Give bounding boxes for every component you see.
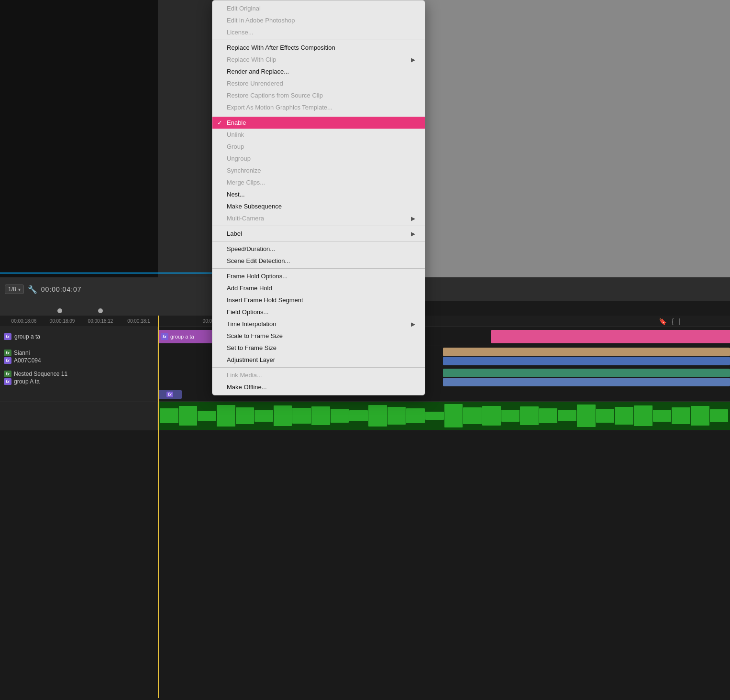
clip-tan[interactable] bbox=[443, 348, 730, 356]
menu-item-scene-edit-detection[interactable]: Scene Edit Detection... bbox=[212, 255, 425, 267]
menu-item-group[interactable]: Group bbox=[212, 141, 425, 153]
menu-item-frame-hold-options-label: Frame Hold Options... bbox=[227, 273, 288, 280]
menu-item-render-replace-label: Render and Replace... bbox=[227, 68, 289, 75]
wbar bbox=[653, 410, 672, 421]
menu-item-enable-label: Enable bbox=[227, 119, 246, 126]
menu-item-edit-photoshop[interactable]: Edit in Adobe Photoshop bbox=[212, 14, 425, 26]
menu-item-replace-ae-label: Replace With After Effects Composition bbox=[227, 44, 335, 51]
waveform-bars-1 bbox=[158, 402, 730, 430]
menu-item-export-motion-graphics[interactable]: Export As Motion Graphics Template... bbox=[212, 101, 425, 113]
wbar bbox=[596, 409, 615, 423]
wbar bbox=[539, 408, 558, 424]
menu-item-insert-frame-hold-segment[interactable]: Insert Frame Hold Segment bbox=[212, 294, 425, 306]
menu-item-make-subsequence-label: Make Subsequence bbox=[227, 203, 282, 210]
wbar bbox=[274, 405, 292, 426]
wbar bbox=[672, 407, 690, 424]
audio-header-1 bbox=[0, 402, 158, 430]
ruler-icons: 🔖 { | bbox=[657, 316, 682, 327]
pipe-icon[interactable]: | bbox=[678, 317, 680, 325]
menu-item-label-label: Label bbox=[227, 230, 242, 237]
track-name-nested: Nested Sequence 11 bbox=[14, 371, 67, 377]
enable-checkmark-icon: ✓ bbox=[217, 119, 222, 126]
menu-item-merge-clips[interactable]: Merge Clips... bbox=[212, 176, 425, 188]
menu-item-set-to-frame-size[interactable]: Set to Frame Size bbox=[212, 342, 425, 354]
wbar bbox=[331, 409, 349, 422]
menu-item-adjustment-layer[interactable]: Adjustment Layer bbox=[212, 354, 425, 366]
menu-item-add-frame-hold[interactable]: Add Frame Hold bbox=[212, 282, 425, 294]
menu-item-speed-duration[interactable]: Speed/Duration... bbox=[212, 243, 425, 255]
wbar bbox=[368, 405, 387, 427]
menu-item-replace-ae[interactable]: Replace With After Effects Composition bbox=[212, 42, 425, 54]
scrubber-dot-left[interactable] bbox=[57, 308, 62, 313]
menu-item-scale-to-frame-size-label: Scale to Frame Size bbox=[227, 332, 283, 339]
menu-item-label[interactable]: Label ▶ bbox=[212, 228, 425, 240]
wbar bbox=[710, 409, 729, 422]
menu-item-restore-unrendered-label: Restore Unrendered bbox=[227, 80, 283, 87]
wbar bbox=[444, 404, 463, 427]
track-header-3: fx Nested Sequence 11 fx group A ta bbox=[0, 367, 158, 388]
wbar bbox=[349, 410, 368, 421]
menu-item-group-label: Group bbox=[227, 143, 244, 150]
wbar bbox=[179, 406, 198, 426]
wbar bbox=[501, 410, 520, 422]
menu-item-make-offline[interactable]: Make Offline... bbox=[212, 381, 425, 393]
clip-blue-grey[interactable] bbox=[443, 378, 730, 386]
menu-item-unlink[interactable]: Unlink bbox=[212, 129, 425, 141]
fx-badge-a007: fx bbox=[4, 357, 11, 364]
wbar bbox=[311, 406, 330, 425]
wbar bbox=[387, 407, 406, 425]
menu-item-ungroup[interactable]: Ungroup bbox=[212, 153, 425, 164]
menu-item-link-media[interactable]: Link Media... bbox=[212, 369, 425, 381]
bracket-icon[interactable]: { bbox=[672, 317, 674, 325]
clip-teal[interactable] bbox=[443, 369, 730, 377]
wbar bbox=[217, 405, 235, 427]
menu-item-nest[interactable]: Nest... bbox=[212, 188, 425, 200]
wbar bbox=[236, 407, 254, 425]
menu-item-export-motion-graphics-label: Export As Motion Graphics Template... bbox=[227, 104, 332, 111]
separator-1 bbox=[212, 40, 425, 40]
marker-icon[interactable]: 🔖 bbox=[659, 317, 667, 325]
menu-item-make-offline-label: Make Offline... bbox=[227, 383, 267, 391]
menu-item-restore-captions-label: Restore Captions from Source Clip bbox=[227, 92, 323, 99]
wbar bbox=[198, 411, 216, 420]
separator-6 bbox=[212, 367, 425, 368]
replace-clip-arrow-icon: ▶ bbox=[411, 56, 415, 63]
label-arrow-icon: ▶ bbox=[411, 230, 415, 237]
zoom-dropdown[interactable]: 1/8 ▾ bbox=[5, 284, 24, 294]
settings-wrench-icon[interactable]: 🔧 bbox=[28, 285, 37, 294]
menu-item-render-replace[interactable]: Render and Replace... bbox=[212, 66, 425, 77]
menu-item-time-interpolation[interactable]: Time Interpolation ▶ bbox=[212, 318, 425, 330]
menu-item-replace-clip[interactable]: Replace With Clip ▶ bbox=[212, 54, 425, 66]
time-interpolation-arrow-icon: ▶ bbox=[411, 321, 415, 328]
menu-item-restore-unrendered[interactable]: Restore Unrendered bbox=[212, 77, 425, 89]
video-dark-side bbox=[0, 0, 158, 287]
menu-item-multi-camera[interactable]: Multi-Camera ▶ bbox=[212, 212, 425, 224]
menu-item-edit-original-label: Edit Original bbox=[227, 5, 261, 12]
track-header-2: fx Sianni fx A007C094 bbox=[0, 346, 158, 367]
clip-blue[interactable] bbox=[443, 357, 730, 365]
menu-item-synchronize[interactable]: Synchronize bbox=[212, 164, 425, 176]
track-name-1: group a ta bbox=[14, 333, 40, 340]
wbar bbox=[634, 405, 653, 427]
ruler-label-0: 00:00:18:06 bbox=[5, 318, 43, 324]
separator-3 bbox=[212, 226, 425, 226]
menu-item-frame-hold-options[interactable]: Frame Hold Options... bbox=[212, 270, 425, 282]
clip-fx-badge-1: fx bbox=[161, 333, 168, 340]
scrubber-dot-right[interactable] bbox=[98, 308, 103, 313]
menu-item-make-subsequence[interactable]: Make Subsequence bbox=[212, 200, 425, 212]
menu-item-field-options[interactable]: Field Options... bbox=[212, 306, 425, 318]
clip-fx-small[interactable]: fx bbox=[158, 390, 182, 399]
multi-camera-arrow-icon: ▶ bbox=[411, 215, 415, 222]
timecode-display: 00:00:04:07 bbox=[41, 285, 82, 293]
menu-item-insert-frame-hold-segment-label: Insert Frame Hold Segment bbox=[227, 296, 303, 304]
menu-item-scale-to-frame-size[interactable]: Scale to Frame Size bbox=[212, 330, 425, 342]
menu-item-edit-original[interactable]: Edit Original bbox=[212, 2, 425, 14]
playhead-line bbox=[158, 316, 159, 698]
ruler-label-3: 00:00:18:1 bbox=[120, 318, 158, 324]
clip-pink-1[interactable] bbox=[491, 330, 730, 343]
menu-item-license[interactable]: License... bbox=[212, 26, 425, 38]
menu-item-enable[interactable]: ✓ Enable bbox=[212, 117, 425, 129]
menu-item-restore-captions[interactable]: Restore Captions from Source Clip bbox=[212, 89, 425, 101]
separator-5 bbox=[212, 268, 425, 269]
track-name-a007: A007C094 bbox=[14, 357, 41, 364]
